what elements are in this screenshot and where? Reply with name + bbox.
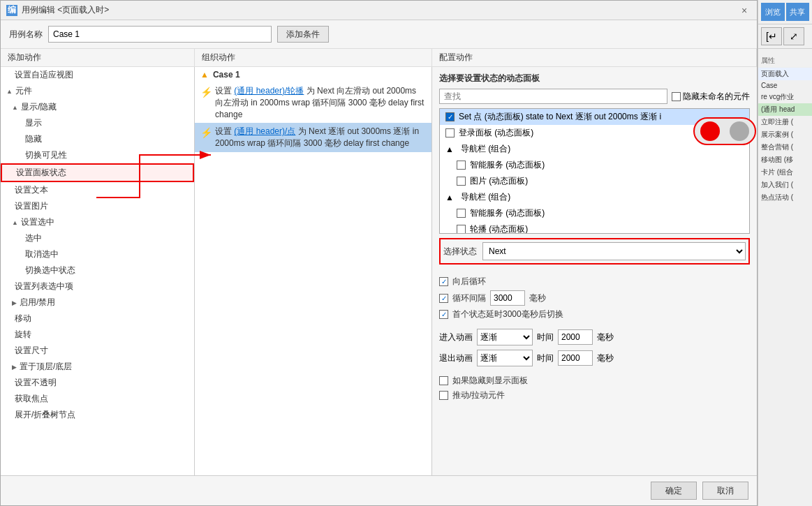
col-header-configure: 配置动作 (432, 49, 757, 66)
action-move[interactable]: 移动 (1, 311, 194, 327)
loop-back-checkbox[interactable] (439, 277, 448, 286)
show-if-hidden-checkbox[interactable] (439, 376, 448, 385)
panel-item-smart1[interactable]: 智能服务 (动态面板) (440, 157, 749, 173)
enter-time-label: 时间 (537, 332, 554, 343)
enter-anim-select[interactable]: 逐渐 向左滑动 向右滑动 向上滑动 向下滑动 无 (477, 329, 533, 345)
action-link-1[interactable]: (通用 header)/轮播 (234, 86, 304, 96)
loop-interval-input[interactable] (490, 290, 525, 306)
push-pull-checkbox[interactable] (439, 391, 448, 400)
first-state-delay-label: 首个状态延时3000毫秒后切换 (452, 308, 563, 320)
exit-anim-select[interactable]: 逐渐 向左滑动 向右滑动 向上滑动 向下滑动 无 (477, 350, 533, 366)
action-tree[interactable]: 设置自适应视图 ▲元件 ▲显示/隐藏 显示 隐藏 切换可见性 设置面板状态 设置… (1, 67, 194, 475)
action-set-text[interactable]: 设置文本 (1, 182, 194, 198)
action-link-2[interactable]: (通用 header)/点 (234, 126, 295, 136)
action-toggle-select[interactable]: 切换选中状态 (1, 262, 194, 278)
sidebar-spacer (758, 49, 812, 54)
left-column: 设置自适应视图 ▲元件 ▲显示/隐藏 显示 隐藏 切换可见性 设置面板状态 设置… (1, 67, 195, 475)
state-select-dropdown[interactable]: Next Previous State 1 State 2 (482, 242, 746, 260)
panel-cb-img1[interactable] (457, 177, 466, 186)
loop-interval-label: 循环间隔 (452, 292, 486, 304)
action-set-size[interactable]: 设置尺寸 (1, 343, 194, 359)
bottom-options: 如果隐藏则显示面板 推动/拉动元件 (432, 371, 757, 408)
loop-interval-unit: 毫秒 (529, 292, 546, 304)
sidebar-expand-icon[interactable]: ⤢ (783, 27, 804, 45)
case-name-row: 用例名称 添加条件 (1, 20, 757, 49)
state-select-label: 选择状态 (443, 246, 477, 258)
action-toggle-visibility[interactable]: 切换可见性 (1, 147, 194, 163)
action-select[interactable]: 选中 (1, 230, 194, 246)
action-icon-2: ⚡ (200, 127, 212, 138)
action-rotate[interactable]: 旋转 (1, 327, 194, 343)
action-deselect[interactable]: 取消选中 (1, 246, 194, 262)
panel-cb-1[interactable]: ✓ (445, 112, 455, 121)
sidebar-list-item-6: 卡片 (组合 (758, 166, 812, 179)
folder-icon: ▲ (200, 70, 209, 80)
action-set-panel-state[interactable]: 设置面板状态 (1, 163, 194, 182)
section-show-hide: ▲显示/隐藏 (1, 99, 194, 115)
toggle-widget[interactable] (693, 117, 756, 145)
panel-item-label-2: 登录面板 (动态面板) (459, 127, 533, 139)
sidebar-list-item-7: 加入我们 ( (758, 179, 812, 191)
options-section: 向后循环 循环间隔 毫秒 首个状态延时3000毫秒后切换 (432, 276, 757, 329)
action-hide[interactable]: 隐藏 (1, 131, 194, 147)
sidebar-list-item-8: 热点活动 ( (758, 191, 812, 204)
sidebar-list-item-5: 移动图 (移 (758, 154, 812, 166)
show-if-hidden-row: 如果隐藏则显示面板 (439, 375, 750, 387)
action-show[interactable]: 显示 (1, 115, 194, 131)
action-item-1[interactable]: ⚡ 设置 (通用 header)/轮播 为 Next 向左滑动 out 2000… (195, 82, 431, 123)
state-select-row: 选择状态 Next Previous State 1 State 2 (439, 238, 750, 265)
action-focus[interactable]: 获取焦点 (1, 391, 194, 407)
section-elements: ▲元件 (1, 83, 194, 99)
action-item-2[interactable]: ⚡ 设置 (通用 header)/点 为 Next 逐渐 out 3000ms … (195, 123, 431, 152)
action-expand-tree[interactable]: 展开/折叠树节点 (1, 407, 194, 423)
close-button[interactable]: × (737, 3, 751, 17)
action-set-list-item[interactable]: 设置列表选中项 (1, 278, 194, 295)
panel-cb-2[interactable] (445, 128, 455, 137)
dialog-footer: 确定 取消 (1, 475, 757, 505)
panel-label-smart1: 智能服务 (动态面板) (470, 159, 545, 171)
browse-button[interactable]: 浏览 (761, 3, 785, 21)
sidebar-case-item: Case (758, 80, 812, 91)
panel-cb-smart1[interactable] (457, 161, 466, 170)
section-set-selected: ▲设置选中 (1, 214, 194, 230)
exit-anim-label: 退出动画 (439, 352, 473, 364)
exit-time-input[interactable] (558, 350, 593, 366)
panel-item-smart2[interactable]: 智能服务 (动态面板) (440, 205, 749, 221)
hide-unnamed-checkbox[interactable] (672, 92, 681, 101)
panel-item-img1[interactable]: 图片 (动态面板) (440, 173, 749, 189)
sidebar-list-item-3: 展示案例 ( (758, 128, 812, 141)
loop-back-row: 向后循环 (439, 276, 750, 288)
exit-time-unit: 毫秒 (597, 352, 614, 364)
sidebar-list-item-0: re vcg作业 (758, 91, 812, 103)
enter-time-input[interactable] (558, 329, 593, 345)
sidebar-top-buttons: 浏览 共享 (758, 0, 812, 24)
action-set-opacity[interactable]: 设置不透明 (1, 375, 194, 391)
panel-cb-smart2[interactable] (457, 209, 466, 218)
sidebar-list-item-2: 立即注册 ( (758, 116, 812, 128)
push-pull-label: 推动/拉动元件 (452, 389, 505, 401)
share-button[interactable]: 共享 (786, 3, 810, 21)
action-set-adaptive-view[interactable]: 设置自适应视图 (1, 67, 194, 83)
search-input[interactable] (439, 89, 667, 104)
panel-item-carousel[interactable]: 轮播 (动态面板) (440, 221, 749, 234)
case-header: ▲ Case 1 (195, 67, 431, 82)
section-z-order: ▶置于顶层/底层 (1, 359, 194, 375)
first-state-delay-checkbox[interactable] (439, 310, 448, 319)
loop-interval-checkbox[interactable] (439, 294, 448, 303)
dialog-icon-text: 编 (8, 4, 16, 16)
panel-label-img1: 图片 (动态面板) (470, 175, 528, 187)
case-name-label: 用例名称 (9, 29, 43, 40)
sidebar-bracket-icon[interactable]: [↵ (761, 27, 782, 45)
ok-button[interactable]: 确定 (651, 482, 697, 500)
action-set-image[interactable]: 设置图片 (1, 198, 194, 214)
columns-body: 设置自适应视图 ▲元件 ▲显示/隐藏 显示 隐藏 切换可见性 设置面板状态 设置… (1, 67, 757, 475)
main-dialog: 编 用例编辑 <页面载入时> × 用例名称 添加条件 添加动作 组织动作 配置动… (0, 0, 758, 506)
enter-anim-label: 进入动画 (439, 332, 473, 343)
cancel-button[interactable]: 取消 (702, 482, 748, 500)
case-name-input[interactable] (48, 26, 272, 43)
nav-section-2-icon: ▲ (445, 193, 454, 202)
panel-cb-carousel[interactable] (457, 225, 466, 234)
columns-header: 添加动作 组织动作 配置动作 (1, 49, 757, 67)
col-header-organize: 组织动作 (195, 49, 432, 66)
add-condition-button[interactable]: 添加条件 (277, 26, 329, 43)
